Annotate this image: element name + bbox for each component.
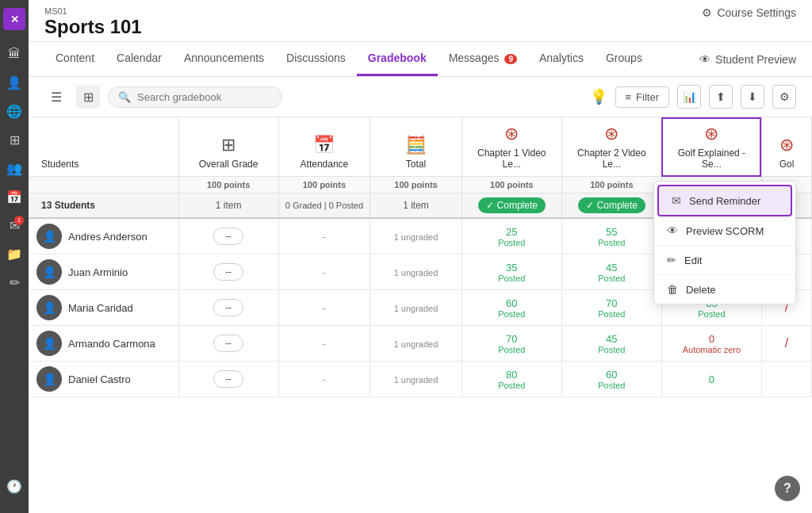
course-settings-button[interactable]: ⚙ Course Settings bbox=[702, 6, 796, 19]
student-cell: 👤 Maria Caridad bbox=[29, 290, 178, 326]
grade-button[interactable]: -- bbox=[213, 228, 243, 245]
student-cell: 👤 Daniel Castro bbox=[29, 362, 178, 397]
search-input[interactable] bbox=[137, 91, 264, 103]
ch1-video-icon: ⊛ bbox=[467, 124, 557, 144]
nav-announcements[interactable]: Announcements bbox=[173, 42, 275, 76]
ch2-status: Posted bbox=[569, 274, 655, 283]
grid-icon[interactable]: ⊞ bbox=[3, 128, 25, 151]
overall-grade-cell[interactable]: -- bbox=[178, 290, 278, 326]
nav-calendar[interactable]: Calendar bbox=[105, 42, 173, 76]
golf-cell: 0 bbox=[661, 362, 761, 397]
preview-scorm-menu-item[interactable]: 👁 Preview SCORM bbox=[654, 216, 795, 246]
toolbar: ☰ ⊞ 🔍 💡 ≡ Filter 📊 ⬆ ⬇ ⚙ bbox=[29, 77, 812, 117]
col-header-total[interactable]: 🧮 Total bbox=[370, 117, 462, 177]
ch2-cell: 60 Posted bbox=[561, 362, 661, 397]
bulb-icon[interactable]: 💡 bbox=[590, 88, 607, 105]
ch2-cell: 70 Posted bbox=[561, 290, 661, 326]
nav-discussions[interactable]: Discussions bbox=[275, 42, 357, 76]
col-header-overall[interactable]: ⊞ Overall Grade bbox=[178, 117, 278, 177]
nav-analytics[interactable]: Analytics bbox=[528, 42, 595, 76]
avatar: 👤 bbox=[36, 331, 62, 356]
institution-icon[interactable]: 🏛 bbox=[3, 43, 25, 65]
ch2-score: 55 bbox=[606, 226, 617, 238]
aggregate-attendance: 0 Graded | 0 Posted bbox=[278, 193, 370, 219]
overall-grade-cell[interactable]: -- bbox=[178, 218, 278, 255]
ungraded-note: 1 ungraded bbox=[377, 375, 455, 385]
student-preview-label: Student Preview bbox=[715, 53, 796, 66]
col-header-students: Students bbox=[29, 117, 178, 177]
folder-icon[interactable]: 📁 bbox=[3, 243, 25, 265]
ungraded-note: 1 ungraded bbox=[377, 268, 455, 278]
attendance-cell: - bbox=[278, 255, 370, 290]
calendar-icon[interactable]: 📅 bbox=[3, 186, 25, 208]
ch2-cell: 45 Posted bbox=[561, 255, 661, 290]
points-overall: 100 points bbox=[178, 177, 278, 193]
nav-content[interactable]: Content bbox=[44, 42, 105, 76]
overall-grade-cell[interactable]: -- bbox=[178, 362, 278, 397]
overall-grade-icon: ⊞ bbox=[184, 135, 274, 155]
settings-button[interactable]: ⚙ bbox=[772, 85, 796, 109]
points-ch1: 100 points bbox=[462, 177, 561, 193]
report-button[interactable]: 📊 bbox=[677, 85, 701, 109]
search-box[interactable]: 🔍 bbox=[108, 86, 282, 108]
total-icon: 🧮 bbox=[375, 135, 457, 155]
ch1-cell: 70 Posted bbox=[462, 326, 561, 362]
nav-gradebook[interactable]: Gradebook bbox=[357, 42, 438, 76]
aggregate-total: 1 item bbox=[370, 193, 462, 219]
col-header-ch2[interactable]: ⊛ Chapter 2 Video Le... bbox=[561, 117, 661, 177]
delete-menu-item[interactable]: 🗑 Delete bbox=[654, 275, 795, 304]
col-header-golf[interactable]: ⊛ Golf Explained - Se... bbox=[661, 117, 761, 177]
grade-button[interactable]: -- bbox=[213, 335, 243, 352]
filter-button[interactable]: ≡ Filter bbox=[615, 86, 669, 108]
edit-menu-item[interactable]: ✏ Edit bbox=[654, 246, 795, 275]
navigation: Content Calendar Announcements Discussio… bbox=[29, 42, 812, 77]
attendance-icon: 📅 bbox=[284, 135, 366, 155]
list-view-button[interactable]: ☰ bbox=[44, 85, 68, 109]
student-name: Daniel Castro bbox=[68, 373, 131, 385]
overall-grade-cell[interactable]: -- bbox=[178, 326, 278, 362]
ch1-status: Posted bbox=[469, 238, 555, 247]
help-button[interactable]: ? bbox=[775, 476, 800, 501]
ch2-score: 45 bbox=[606, 333, 617, 345]
globe-icon[interactable]: 🌐 bbox=[3, 100, 25, 122]
mail-icon[interactable]: ✉ bbox=[3, 214, 25, 236]
ch1-status: Posted bbox=[469, 309, 555, 319]
filter-label: Filter bbox=[636, 91, 659, 103]
upload-button[interactable]: ⬆ bbox=[709, 85, 733, 109]
aggregate-ch2: ✓ Complete bbox=[561, 193, 661, 219]
grade-button[interactable]: -- bbox=[213, 370, 243, 388]
delete-label: Delete bbox=[686, 284, 716, 296]
check-icon2: ✓ bbox=[586, 200, 594, 211]
ch2-score: 45 bbox=[606, 262, 617, 274]
students-label: Students bbox=[41, 159, 79, 170]
grade-button[interactable]: -- bbox=[213, 263, 243, 281]
col-header-ch1[interactable]: ⊛ Chapter 1 Video Le... bbox=[462, 117, 561, 177]
clock-icon[interactable]: 🕐 bbox=[3, 475, 25, 497]
nav-messages[interactable]: Messages 9 bbox=[438, 42, 528, 76]
ch2-status: Posted bbox=[569, 381, 655, 390]
download-button[interactable]: ⬇ bbox=[741, 85, 764, 109]
sidebar: ✕ 🏛 👤 🌐 ⊞ 👥 📅 ✉ 📁 ✏ 🕐 bbox=[0, 0, 29, 513]
col-header-attendance[interactable]: 📅 Attendance bbox=[278, 117, 370, 177]
people-icon[interactable]: 👥 bbox=[3, 157, 25, 179]
trash-icon: 🗑 bbox=[667, 283, 678, 296]
gol-video-icon: ⊛ bbox=[767, 135, 806, 155]
ch1-score: 35 bbox=[506, 262, 517, 274]
grade-button[interactable]: -- bbox=[213, 299, 243, 316]
ch1-cell: 60 Posted bbox=[462, 290, 561, 326]
student-preview-button[interactable]: 👁 Student Preview bbox=[699, 53, 796, 66]
total-cell: 1 ungraded bbox=[370, 218, 462, 255]
nav-groups[interactable]: Groups bbox=[595, 42, 653, 76]
grid-view-button[interactable]: ⊞ bbox=[76, 85, 100, 109]
ch2-video-icon: ⊛ bbox=[567, 124, 657, 144]
context-menu: ✉ Send Reminder 👁 Preview SCORM ✏ Edit 🗑… bbox=[653, 181, 796, 304]
ch1-score: 70 bbox=[506, 333, 517, 345]
person-icon[interactable]: 👤 bbox=[3, 71, 25, 94]
send-reminder-menu-item[interactable]: ✉ Send Reminder bbox=[657, 185, 792, 216]
filter-icon: ≡ bbox=[626, 91, 632, 103]
student-name: Maria Caridad bbox=[68, 302, 133, 314]
overall-grade-cell[interactable]: -- bbox=[178, 255, 278, 290]
edit-icon[interactable]: ✏ bbox=[3, 271, 25, 293]
col-header-gol[interactable]: ⊛ Gol bbox=[761, 117, 811, 177]
close-button[interactable]: ✕ bbox=[3, 8, 25, 30]
